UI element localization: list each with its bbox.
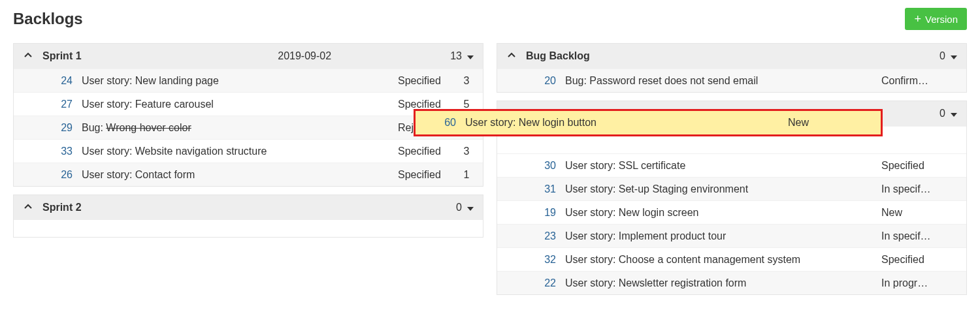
panel-title: Sprint 2 bbox=[42, 202, 82, 213]
work-item-title: User story: New login button bbox=[465, 117, 788, 129]
work-item-id[interactable]: 33 bbox=[40, 146, 73, 157]
panel-date: 2019-09-02 bbox=[278, 50, 331, 62]
add-version-label: Version bbox=[925, 14, 958, 25]
dragged-work-item[interactable]: 60 User story: New login button New bbox=[414, 109, 883, 136]
work-item-title: Bug: Wrong hover color bbox=[82, 122, 398, 134]
work-item-id: 60 bbox=[423, 117, 456, 129]
backlog-row[interactable]: 22 User story: Newsletter registration f… bbox=[497, 271, 966, 294]
panel-title: Sprint 1 bbox=[42, 50, 82, 62]
panel-header[interactable]: Sprint 1 2019-09-02 13 bbox=[14, 44, 483, 69]
backlog-columns: Sprint 1 2019-09-02 13 24 User story: Ne… bbox=[0, 43, 980, 303]
work-item-status: In specif… bbox=[881, 230, 940, 242]
work-item-points: 1 bbox=[457, 169, 476, 181]
work-item-title: User story: Feature carousel bbox=[82, 99, 398, 110]
work-item-id[interactable]: 22 bbox=[523, 277, 556, 289]
work-item-title: User story: Choose a content management … bbox=[565, 254, 881, 266]
page-header: Backlogs + Version bbox=[0, 0, 980, 30]
panel-rows: 24 User story: New landing page Specifie… bbox=[14, 69, 483, 186]
panel-sprint-1: Sprint 1 2019-09-02 13 24 User story: Ne… bbox=[13, 43, 483, 187]
work-item-status: Specified bbox=[881, 160, 940, 172]
right-column: Bug Backlog 0 20 Bug: Password reset doe… bbox=[497, 43, 967, 303]
work-item-title: User story: Website navigation structure bbox=[82, 146, 398, 157]
backlog-row[interactable]: 27 User story: Feature carousel Specifie… bbox=[14, 92, 483, 116]
work-item-title: User story: Implement product tour bbox=[565, 230, 881, 242]
work-item-title: User story: SSL certificate bbox=[565, 160, 881, 172]
work-item-status: Specified bbox=[398, 146, 457, 157]
left-column: Sprint 1 2019-09-02 13 24 User story: Ne… bbox=[13, 43, 483, 303]
chevron-up-icon[interactable] bbox=[504, 50, 519, 62]
work-item-status: Specified bbox=[398, 75, 457, 87]
panel-menu-button[interactable] bbox=[465, 202, 476, 213]
backlog-row[interactable]: 33 User story: Website navigation struct… bbox=[14, 139, 483, 163]
work-item-status: Specified bbox=[398, 99, 457, 110]
work-item-id[interactable]: 29 bbox=[40, 122, 73, 134]
backlog-row[interactable]: 23 User story: Implement product tour In… bbox=[497, 224, 966, 247]
work-item-title: Bug: Password reset does not send email bbox=[565, 75, 881, 87]
chevron-up-icon[interactable] bbox=[20, 202, 36, 213]
work-item-id[interactable]: 24 bbox=[40, 75, 73, 87]
page-title: Backlogs bbox=[13, 10, 83, 28]
work-item-status: Specified bbox=[881, 254, 940, 266]
work-item-status: In progr… bbox=[881, 277, 940, 289]
work-item-title: User story: Contact form bbox=[82, 169, 398, 181]
chevron-up-icon[interactable] bbox=[20, 50, 36, 62]
backlog-row[interactable]: 30 User story: SSL certificate Specified bbox=[497, 153, 966, 177]
panel-header[interactable]: Sprint 2 0 bbox=[14, 195, 483, 220]
backlog-row[interactable]: 29 Bug: Wrong hover color Rejected bbox=[14, 116, 483, 139]
work-item-id[interactable]: 31 bbox=[523, 183, 556, 195]
panel-rows-empty bbox=[14, 220, 483, 237]
panel-title: Bug Backlog bbox=[526, 50, 590, 62]
panel-total: 13 bbox=[450, 50, 462, 62]
work-item-id[interactable]: 23 bbox=[523, 230, 556, 242]
panel-rows: 30 User story: SSL certificate Specified… bbox=[497, 126, 966, 294]
backlog-row[interactable]: 31 User story: Set-up Staging environmen… bbox=[497, 177, 966, 200]
backlog-row[interactable]: 26 User story: Contact form Specified 1 bbox=[14, 163, 483, 186]
backlog-row[interactable]: 19 User story: New login screen New bbox=[497, 200, 966, 224]
panel-rows: 20 Bug: Password reset does not send ema… bbox=[497, 69, 966, 92]
work-item-title: User story: New landing page bbox=[82, 75, 398, 87]
work-item-id[interactable]: 30 bbox=[523, 160, 556, 172]
backlog-row[interactable]: 20 Bug: Password reset does not send ema… bbox=[497, 69, 966, 92]
panel-header[interactable]: Bug Backlog 0 bbox=[497, 44, 966, 69]
panel-menu-button[interactable] bbox=[465, 50, 476, 62]
work-item-title: User story: New login screen bbox=[565, 207, 881, 219]
panel-total: 0 bbox=[456, 202, 462, 213]
work-item-status: Specified bbox=[398, 169, 457, 181]
work-item-points: 3 bbox=[457, 75, 476, 87]
work-item-points: 5 bbox=[457, 99, 476, 110]
work-item-title: User story: Set-up Staging environment bbox=[565, 183, 881, 195]
panel-menu-button[interactable] bbox=[948, 108, 960, 119]
backlog-row[interactable]: 24 User story: New landing page Specifie… bbox=[14, 69, 483, 92]
work-item-status: In specif… bbox=[881, 183, 940, 195]
work-item-id[interactable]: 19 bbox=[523, 207, 556, 219]
work-item-points: 3 bbox=[457, 146, 476, 157]
panel-menu-button[interactable] bbox=[948, 50, 960, 62]
backlog-row[interactable]: 32 User story: Choose a content manageme… bbox=[497, 247, 966, 271]
work-item-id[interactable]: 32 bbox=[523, 254, 556, 266]
panel-bug-backlog: Bug Backlog 0 20 Bug: Password reset doe… bbox=[497, 43, 967, 93]
work-item-status: New bbox=[788, 117, 873, 129]
panel-sprint-2: Sprint 2 0 bbox=[13, 195, 483, 238]
work-item-id[interactable]: 26 bbox=[40, 169, 73, 181]
panel-total: 0 bbox=[939, 108, 945, 119]
work-item-title: User story: Newsletter registration form bbox=[565, 277, 881, 289]
plus-icon: + bbox=[914, 13, 921, 25]
work-item-status: Confirm… bbox=[881, 75, 940, 87]
work-item-id[interactable]: 27 bbox=[40, 99, 73, 110]
panel-total: 0 bbox=[939, 50, 945, 62]
work-item-status: New bbox=[881, 207, 940, 219]
work-item-id[interactable]: 20 bbox=[523, 75, 556, 87]
add-version-button[interactable]: + Version bbox=[905, 8, 967, 30]
